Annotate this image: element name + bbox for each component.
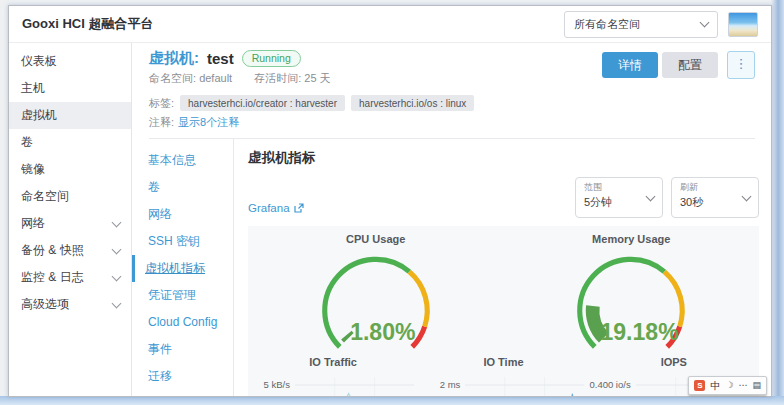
sidebar-item-networks[interactable]: 网络 [9, 210, 131, 237]
window-glow-right [771, 0, 784, 405]
chart-title: IO Time [418, 356, 588, 368]
chevron-down-icon [112, 218, 122, 228]
top-header: Gooxi HCI 超融合平台 所有命名空间 [9, 6, 771, 43]
metrics-selects: 范围 5分钟 刷新 30秒 [575, 177, 759, 218]
age-meta: 存活时间: 25 天 [254, 71, 330, 86]
vm-actions: 详情 配置 ⋮ [602, 51, 755, 79]
external-link-icon [294, 203, 304, 213]
chevron-down-icon [646, 192, 656, 202]
ime-logo-icon[interactable]: S [694, 380, 705, 391]
namespace-filter-select[interactable]: 所有命名空间 [564, 11, 718, 38]
tab-cloud-config[interactable]: Cloud Config [132, 309, 233, 336]
refresh-select[interactable]: 刷新 30秒 [671, 177, 759, 218]
brand-title: Gooxi HCI 超融合平台 [22, 15, 153, 33]
io-time-chart: IO Time 2 ms 1.50 ms 1 ms [418, 356, 588, 396]
cpu-usage-gauge: CPU Usage 1.80% [248, 231, 504, 355]
tab-vm-metrics[interactable]: 虚拟机指标 [132, 255, 233, 282]
ime-more-icon[interactable]: ⋯ [738, 381, 747, 390]
metrics-panel: 虚拟机指标 Grafana 范围 5分钟 [234, 139, 771, 396]
sidebar-item-hosts[interactable]: 主机 [9, 75, 131, 102]
area-chart [295, 375, 414, 396]
tag-pill: harvesterhci.io/os : linux [351, 95, 474, 111]
gauge-value: 19.18% [601, 319, 679, 345]
gauges-row: CPU Usage 1.80% Memory Usage 19.18% [248, 231, 759, 355]
resource-type-label: 虚拟机: [149, 49, 199, 68]
metrics-controls: Grafana 范围 5分钟 刷新 30秒 [248, 177, 759, 218]
kebab-menu-button[interactable]: ⋮ [727, 51, 755, 79]
ime-toolbar[interactable]: S 中 ☽ ⋯ ▤ [688, 376, 767, 395]
chevron-down-icon [742, 192, 752, 202]
detail-nav: 基本信息 卷 网络 SSH 密钥 虚拟机指标 凭证管理 Cloud Config… [132, 139, 234, 396]
user-avatar[interactable] [728, 12, 758, 37]
status-badge: Running [242, 50, 301, 67]
gauge-value: 1.80% [350, 319, 415, 345]
io-traffic-chart: IO Traffic 5 kB/s 4 kB/s 3 kB/s [248, 356, 418, 396]
memory-gauge-chart: 19.18% [537, 244, 725, 355]
annotations-row: 注释:显示8个注释 [149, 115, 755, 130]
y-axis-labels: 5 kB/s 4 kB/s 3 kB/s [248, 375, 295, 396]
vm-header: 虚拟机: test Running 命名空间: default 存活时间: 25… [132, 43, 771, 139]
app-window: Gooxi HCI 超融合平台 所有命名空间 仪表板 主机 虚拟机 卷 镜像 命… [8, 5, 772, 397]
cpu-gauge-chart: 1.80% [282, 244, 470, 355]
namespace-meta: 命名空间: default [149, 71, 232, 86]
tag-pill: harvesterhci.io/creator : harvester [180, 95, 345, 111]
range-select[interactable]: 范围 5分钟 [575, 177, 663, 218]
sidebar-item-volumes[interactable]: 卷 [9, 129, 131, 156]
tab-volumes[interactable]: 卷 [132, 174, 233, 201]
tab-events[interactable]: 事件 [132, 336, 233, 363]
detail-area: 基本信息 卷 网络 SSH 密钥 虚拟机指标 凭证管理 Cloud Config… [132, 139, 771, 396]
tags-row: 标签: harvesterhci.io/creator : harvester … [149, 95, 755, 111]
header-right: 所有命名空间 [564, 11, 758, 38]
y-axis-labels: 0.400 io/s 0.300 io/s 0.200 io/s [589, 375, 636, 396]
y-axis-labels: 2 ms 1.50 ms 1 ms [418, 375, 465, 396]
sidebar: 仪表板 主机 虚拟机 卷 镜像 命名空间 网络 备份 & 快照 监控 & 日志 … [9, 43, 132, 396]
chevron-down-icon [112, 272, 122, 282]
main-layout: 仪表板 主机 虚拟机 卷 镜像 命名空间 网络 备份 & 快照 监控 & 日志 … [9, 43, 771, 396]
chevron-down-icon [112, 299, 122, 309]
chevron-down-icon [700, 18, 710, 28]
sidebar-item-backup-snapshot[interactable]: 备份 & 快照 [9, 237, 131, 264]
tab-basic-info[interactable]: 基本信息 [132, 147, 233, 174]
grafana-link[interactable]: Grafana [248, 202, 304, 214]
tab-migration[interactable]: 迁移 [132, 363, 233, 390]
annotations-label: 注释: [149, 116, 174, 128]
sidebar-item-advanced[interactable]: 高级选项 [9, 291, 131, 318]
tab-ssh-keys[interactable]: SSH 密钥 [132, 228, 233, 255]
sidebar-item-virtual-machines[interactable]: 虚拟机 [9, 102, 131, 129]
tab-credentials[interactable]: 凭证管理 [132, 282, 233, 309]
config-button[interactable]: 配置 [662, 52, 718, 78]
namespace-filter-value: 所有命名空间 [574, 17, 640, 32]
chevron-down-icon [112, 245, 122, 255]
ime-language-mode[interactable]: 中 [710, 381, 720, 391]
tab-networks[interactable]: 网络 [132, 201, 233, 228]
metrics-title: 虚拟机指标 [248, 149, 759, 167]
chart-title: IO Traffic [248, 356, 418, 368]
memory-usage-gauge: Memory Usage 19.18% [504, 231, 760, 355]
window-glow-bottom [0, 396, 784, 405]
metrics-canvas: CPU Usage 1.80% Memory Usage 19.18% [248, 226, 759, 396]
section-divider [149, 138, 755, 139]
tags-label: 标签: [149, 96, 174, 111]
ime-keyboard-icon[interactable]: ▤ [752, 381, 761, 390]
details-button[interactable]: 详情 [602, 52, 658, 78]
vm-name: test [207, 50, 234, 67]
main-content: 虚拟机: test Running 命名空间: default 存活时间: 25… [132, 43, 771, 396]
sidebar-item-monitoring-logs[interactable]: 监控 & 日志 [9, 264, 131, 291]
show-annotations-link[interactable]: 显示8个注释 [178, 116, 239, 128]
chart-title: IOPS [589, 356, 759, 368]
ime-halfwidth-icon[interactable]: ☽ [725, 381, 733, 390]
sidebar-item-dashboard[interactable]: 仪表板 [9, 48, 131, 75]
sidebar-item-images[interactable]: 镜像 [9, 156, 131, 183]
area-chart [465, 375, 584, 396]
charts-row: IO Traffic 5 kB/s 4 kB/s 3 kB/s [248, 356, 759, 396]
sidebar-item-namespaces[interactable]: 命名空间 [9, 183, 131, 210]
